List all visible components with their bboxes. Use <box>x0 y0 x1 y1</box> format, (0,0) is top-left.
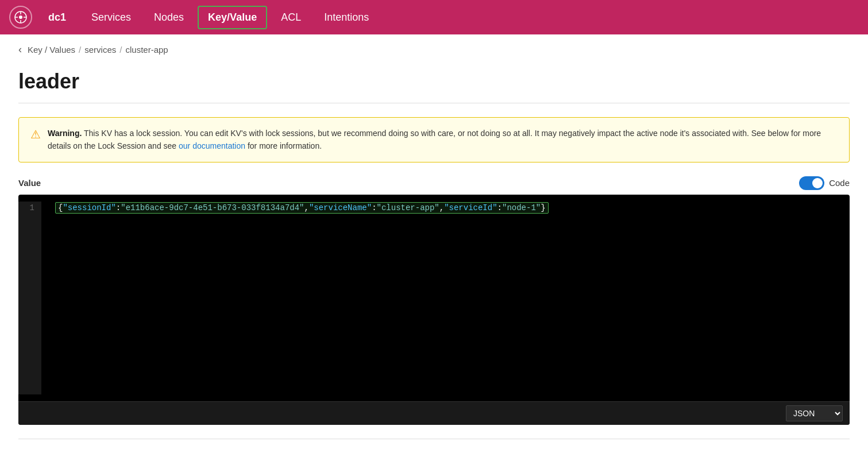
breadcrumb-sep-1: / <box>79 45 81 55</box>
line-number-1: 1 <box>25 202 34 214</box>
code-content: 1 {"sessionId":"e11b6ace-9dc7-4e51-b673-… <box>18 195 850 401</box>
title-divider <box>18 103 850 103</box>
bottom-divider <box>18 439 850 439</box>
warning-icon: ⚠ <box>30 127 41 141</box>
value-header: Value Code <box>18 176 850 190</box>
warning-bold: Warning. <box>48 129 82 138</box>
format-select[interactable]: JSON Plain Text Base64 <box>786 405 843 421</box>
line-numbers: 1 <box>18 202 41 394</box>
warning-after: for more information. <box>248 141 322 150</box>
code-highlighted-block: {"sessionId":"e11b6ace-9dc7-4e51-b673-03… <box>55 202 549 214</box>
breadcrumb-services[interactable]: services <box>84 45 116 55</box>
nav-item-acl[interactable]: ACL <box>272 7 310 28</box>
code-area[interactable]: {"sessionId":"e11b6ace-9dc7-4e51-b673-03… <box>41 202 850 394</box>
code-toggle-switch[interactable] <box>799 176 824 190</box>
app-logo[interactable] <box>9 6 32 29</box>
breadcrumb-key-values[interactable]: Key / Values <box>28 45 75 55</box>
breadcrumb-cluster-app: cluster-app <box>125 45 168 55</box>
code-toggle-label: Code <box>829 178 850 188</box>
breadcrumb-sep-2: / <box>119 45 122 55</box>
code-toggle: Code <box>799 176 850 190</box>
breadcrumb: ‹ Key / Values / services / cluster-app <box>0 34 868 60</box>
value-label: Value <box>18 178 41 188</box>
nav-item-key-value[interactable]: Key/Value <box>198 6 267 29</box>
code-line-1: {"sessionId":"e11b6ace-9dc7-4e51-b673-03… <box>46 202 845 214</box>
warning-doc-link[interactable]: our documentation <box>179 141 245 150</box>
page-content: leader ⚠ Warning. This KV has a lock ses… <box>0 60 868 453</box>
svg-point-1 <box>19 16 22 19</box>
nav-item-intentions[interactable]: Intentions <box>315 7 378 28</box>
editor-footer: JSON Plain Text Base64 <box>18 401 850 425</box>
nav-item-services[interactable]: Services <box>82 7 140 28</box>
navbar: dc1 Services Nodes Key/Value ACL Intenti… <box>0 0 868 34</box>
warning-box: ⚠ Warning. This KV has a lock session. Y… <box>18 117 850 162</box>
warning-text: Warning. This KV has a lock session. You… <box>48 127 838 153</box>
datacenter-label[interactable]: dc1 <box>41 11 73 24</box>
code-editor[interactable]: 1 {"sessionId":"e11b6ace-9dc7-4e51-b673-… <box>18 195 850 425</box>
warning-body: This KV has a lock session. You can edit… <box>48 129 821 150</box>
breadcrumb-back-arrow[interactable]: ‹ <box>18 44 22 56</box>
nav-item-nodes[interactable]: Nodes <box>145 7 193 28</box>
page-title: leader <box>18 69 850 94</box>
